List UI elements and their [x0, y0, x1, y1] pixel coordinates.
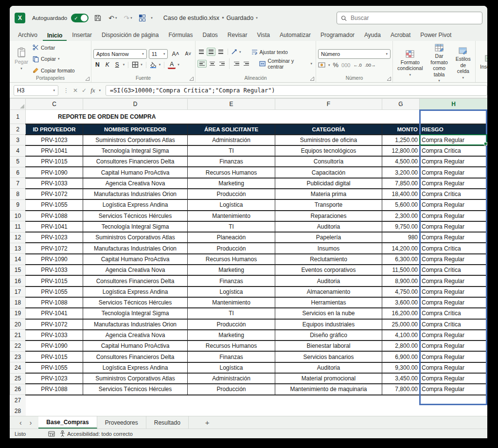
- search-input[interactable]: [351, 15, 478, 21]
- tab-datos[interactable]: Datos: [198, 30, 222, 41]
- cell-id-proveedor[interactable]: PRV-1015: [26, 351, 83, 362]
- cell-monto[interactable]: 3,600.00: [382, 297, 420, 308]
- cell-nombre-proveedor[interactable]: Logística Express Andina: [83, 362, 188, 373]
- cell-nombre-proveedor[interactable]: Agencia Creativa Nova: [83, 265, 188, 275]
- comma-style-button[interactable]: 000: [341, 62, 350, 68]
- accounting-format-icon[interactable]: [318, 62, 325, 68]
- row-header[interactable]: 13: [10, 243, 26, 253]
- macro-record-icon[interactable]: [48, 431, 55, 437]
- cell-area-solicitante[interactable]: Recursos Humanos: [188, 254, 275, 265]
- cell-id-proveedor[interactable]: PRV-1023: [26, 373, 83, 384]
- formula-input[interactable]: =SI(G3>10000;"Compra Crítica";"Compra Re…: [106, 85, 487, 96]
- row-header[interactable]: 20: [10, 319, 26, 330]
- row-header[interactable]: 15: [10, 265, 26, 275]
- cell-id-proveedor[interactable]: PRV-1055: [26, 199, 83, 210]
- sheet-title-cell[interactable]: REPORTE DE ORDEN DE COMPRA: [26, 110, 488, 124]
- row-header[interactable]: 21: [10, 330, 26, 340]
- cell-nombre-proveedor[interactable]: Logística Express Andina: [83, 287, 188, 297]
- col-header-G[interactable]: G: [382, 99, 420, 110]
- cell-nombre-proveedor[interactable]: Consultores Financieros Delta: [83, 275, 188, 286]
- cell-riesgo[interactable]: Compra Regular: [420, 199, 488, 210]
- autosave-toggle[interactable]: ✓: [71, 14, 89, 22]
- cell-monto[interactable]: 980: [382, 232, 420, 243]
- row-header[interactable]: 7: [10, 178, 26, 189]
- cell-monto[interactable]: 7,850.00: [382, 178, 420, 189]
- cell-id-proveedor[interactable]: PRV-1033: [26, 265, 83, 275]
- tab-disposicion[interactable]: Disposición de página: [97, 30, 163, 41]
- row-header[interactable]: 12: [10, 232, 26, 243]
- tab-ayuda[interactable]: Ayuda: [360, 30, 385, 41]
- cell-nombre-proveedor[interactable]: Manufacturas Industriales Orion: [83, 319, 188, 330]
- cell-riesgo[interactable]: Compra Regular: [420, 373, 488, 384]
- cut-button[interactable]: Cortar: [31, 44, 76, 51]
- cell-monto[interactable]: 4,100.00: [382, 330, 420, 340]
- cell-riesgo[interactable]: Compra Crítica: [420, 319, 488, 330]
- cell-id-proveedor[interactable]: PRV-1023: [26, 135, 83, 145]
- cell-monto[interactable]: 5,600.00: [382, 199, 420, 210]
- row-header[interactable]: 18: [10, 297, 26, 308]
- cell-categoria[interactable]: Eventos corporativos: [275, 265, 382, 275]
- cell-id-proveedor[interactable]: PRV-1055: [26, 362, 83, 373]
- cell-categoria[interactable]: Auditoria: [275, 362, 382, 373]
- cell-area-solicitante[interactable]: Planeación: [188, 232, 275, 243]
- cell-riesgo[interactable]: Compra Regular: [420, 384, 488, 394]
- increase-font-button[interactable]: A˄: [170, 50, 181, 58]
- align-left-icon[interactable]: [197, 60, 207, 68]
- cell-nombre-proveedor[interactable]: Servicios Técnicos Hércules: [83, 384, 188, 394]
- cell-categoria[interactable]: Reparaciones: [275, 211, 382, 221]
- cell-categoria[interactable]: Transporte: [275, 199, 382, 210]
- dialog-launcher-icon[interactable]: [310, 77, 314, 81]
- bold-button[interactable]: N: [93, 61, 102, 69]
- cell-area-solicitante[interactable]: Logística: [188, 362, 275, 373]
- cell-monto[interactable]: 6,300.00: [382, 254, 420, 265]
- row-header[interactable]: 9: [10, 199, 26, 210]
- cell-categoria[interactable]: Suministros de oficina: [275, 135, 382, 145]
- quick-commands-button[interactable]: [138, 14, 147, 22]
- tab-formulas[interactable]: Fórmulas: [164, 30, 197, 41]
- next-sheet-arrow-icon[interactable]: ›: [30, 419, 32, 427]
- cell-categoria[interactable]: Servicios en la nube: [275, 308, 382, 319]
- cell-categoria[interactable]: Mantenimiento de maquinaria: [275, 384, 382, 394]
- tab-automatizar[interactable]: Automatizar: [275, 30, 315, 41]
- cell-nombre-proveedor[interactable]: Agencia Creativa Nova: [83, 178, 188, 189]
- format-painter-button[interactable]: Copiar formato: [31, 67, 76, 74]
- cell-area-solicitante[interactable]: Recursos Humanos: [188, 167, 275, 178]
- row-header[interactable]: 17: [10, 287, 26, 297]
- cell-id-proveedor[interactable]: PRV-1088: [26, 384, 83, 394]
- cell-riesgo[interactable]: Compra Regular: [420, 167, 488, 178]
- percent-style-button[interactable]: %: [333, 61, 339, 69]
- cell-area-solicitante[interactable]: Logística: [188, 199, 275, 210]
- cell-monto[interactable]: 6,900.00: [382, 351, 420, 362]
- header-id-proveedor[interactable]: ID PROVEEDOR: [26, 124, 83, 135]
- cell-monto[interactable]: 12,800.00: [382, 145, 420, 156]
- align-middle-icon[interactable]: [207, 48, 215, 56]
- cell-riesgo[interactable]: Compra Crítica: [420, 243, 488, 253]
- cell-monto[interactable]: 11,500.00: [382, 265, 420, 275]
- cell-id-proveedor[interactable]: PRV-1041: [26, 308, 83, 319]
- cell-id-proveedor[interactable]: PRV-1023: [26, 232, 83, 243]
- cell-id-proveedor[interactable]: PRV-1015: [26, 156, 83, 167]
- cell-riesgo[interactable]: Compra Regular: [420, 254, 488, 265]
- cell-riesgo[interactable]: Compra Crítica: [420, 145, 488, 156]
- tab-programador[interactable]: Programador: [316, 30, 359, 41]
- cell-nombre-proveedor[interactable]: Tecnología Integral Sigma: [83, 221, 188, 232]
- col-header-H-selected[interactable]: H: [420, 99, 488, 110]
- tab-archivo[interactable]: Archivo: [14, 30, 42, 41]
- cell-area-solicitante[interactable]: TI: [188, 308, 275, 319]
- underline-button[interactable]: S: [113, 61, 121, 69]
- cell-nombre-proveedor[interactable]: Suministros Corporativos Atlas: [83, 135, 188, 145]
- cell-categoria[interactable]: Servicios bancarios: [275, 351, 382, 362]
- cell-riesgo[interactable]: Compra Regular: [420, 232, 488, 243]
- cell-riesgo[interactable]: Compra Regular: [420, 330, 488, 340]
- cell-categoria[interactable]: Herramientas: [275, 297, 382, 308]
- cell-categoria[interactable]: Insumos: [275, 243, 382, 253]
- cell-area-solicitante[interactable]: TI: [188, 221, 275, 232]
- cell-categoria[interactable]: Capacitación: [275, 167, 382, 178]
- cell-area-solicitante[interactable]: Marketing: [188, 265, 275, 275]
- cell-monto[interactable]: 1,250.00: [382, 135, 420, 145]
- search-box[interactable]: [337, 12, 482, 24]
- sheet-tab-base-compras[interactable]: Base_Compras: [38, 416, 97, 429]
- cell-categoria[interactable]: Papelería: [275, 232, 382, 243]
- document-title[interactable]: Caso de estudio.xlsx • Guardado ▾: [163, 15, 258, 21]
- decrease-decimal-button[interactable]: .00→: [365, 62, 376, 68]
